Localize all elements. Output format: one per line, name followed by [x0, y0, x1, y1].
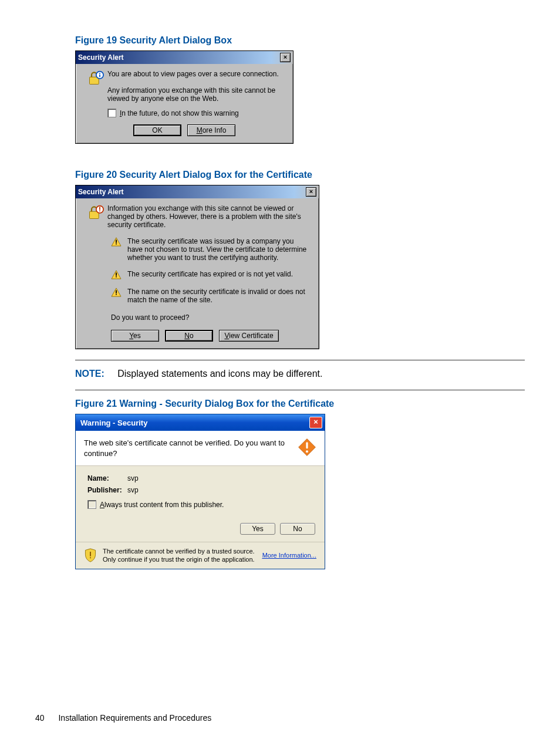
svg-rect-9	[116, 239, 117, 242]
svg-rect-16	[116, 294, 117, 295]
ok-button[interactable]: OK	[133, 124, 181, 136]
shield-warning-icon	[84, 548, 97, 562]
more-information-link[interactable]: More Information...	[262, 552, 316, 559]
figure-20-caption: Figure 20 Security Alert Dialog Box for …	[75, 170, 525, 180]
svg-rect-21	[90, 558, 91, 559]
note-text: Displayed statements and icons may be di…	[117, 369, 322, 379]
yes-button[interactable]: Yes	[111, 330, 159, 342]
proceed-question: Do you want to proceed?	[111, 313, 311, 322]
titlebar: Warning - Security ×	[76, 414, 325, 431]
svg-rect-10	[116, 244, 117, 245]
dialog-title: Security Alert	[78, 53, 124, 62]
publisher-label: Publisher:	[87, 486, 127, 494]
svg-rect-13	[116, 276, 117, 278]
no-button[interactable]: No	[280, 523, 315, 535]
svg-point-19	[306, 450, 308, 453]
dialog2-item3: The name on the security certificate is …	[127, 288, 311, 304]
security-alert-dialog-2: Security Alert × Information you exchang…	[75, 185, 319, 349]
page-footer: 40 Installation Requirements and Procedu…	[35, 713, 211, 723]
dialog3-message: The web site's certificate cannot be ver…	[84, 438, 292, 458]
svg-rect-12	[116, 272, 117, 275]
close-button[interactable]: ×	[306, 187, 316, 197]
warning-icon	[111, 288, 122, 297]
note-line: NOTE: Displayed statements and icons may…	[75, 369, 525, 379]
checkbox-label: IIn the future, do not show this warning…	[120, 109, 239, 117]
dialog2-item1: The security certificate was issued by a…	[127, 237, 311, 262]
svg-rect-2	[99, 73, 100, 74]
figure-21-caption: Figure 21 Warning - Security Dialog Box …	[75, 399, 525, 409]
dialog-title: Warning - Security	[80, 418, 147, 427]
more-info-button[interactable]: More Info	[187, 124, 235, 136]
view-certificate-button[interactable]: View Certificate	[219, 330, 279, 342]
warning-icon	[111, 237, 122, 247]
name-label: Name:	[87, 474, 127, 482]
warning-diamond-icon	[298, 438, 316, 457]
do-not-show-checkbox[interactable]	[107, 109, 116, 117]
svg-rect-20	[90, 552, 91, 556]
security-alert-dialog-1: Security Alert × You are about to view p…	[75, 50, 294, 144]
lock-warning-icon	[87, 204, 104, 221]
name-value: svp	[127, 474, 139, 482]
titlebar: Security Alert ×	[76, 51, 293, 64]
divider	[75, 390, 525, 390]
dialog2-intro: Information you exchange with this site …	[107, 204, 311, 229]
figure-19-caption: Figure 19 Security Alert Dialog Box	[75, 35, 525, 46]
warning-icon	[111, 270, 122, 279]
note-label: NOTE:	[75, 369, 104, 379]
footer-text: The certificate cannot be verified by a …	[103, 547, 258, 564]
svg-rect-3	[99, 75, 100, 77]
dialog-title: Security Alert	[78, 188, 124, 196]
warning-security-dialog: Warning - Security × The web site's cert…	[75, 414, 325, 569]
close-button[interactable]: ×	[309, 417, 322, 428]
divider	[75, 360, 525, 360]
titlebar: Security Alert ×	[76, 185, 319, 198]
section-title: Installation Requirements and Procedures	[58, 713, 211, 723]
publisher-value: svp	[127, 486, 139, 494]
svg-rect-18	[306, 442, 308, 448]
always-trust-checkbox[interactable]	[87, 500, 96, 509]
lock-info-icon	[87, 70, 104, 86]
svg-rect-7	[99, 211, 100, 212]
no-button[interactable]: No	[165, 330, 213, 342]
dialog1-line1: You are about to view pages over a secur…	[107, 70, 285, 78]
svg-rect-15	[116, 290, 117, 293]
dialog1-line2: Any information you exchange with this s…	[107, 86, 285, 103]
page-number: 40	[35, 713, 45, 723]
close-button[interactable]: ×	[280, 53, 291, 62]
yes-button[interactable]: Yes	[240, 523, 275, 535]
svg-rect-6	[99, 207, 100, 210]
checkbox-label: Always trust content from this publisher…	[100, 501, 224, 509]
dialog2-item2: The security certificate has expired or …	[127, 270, 293, 278]
